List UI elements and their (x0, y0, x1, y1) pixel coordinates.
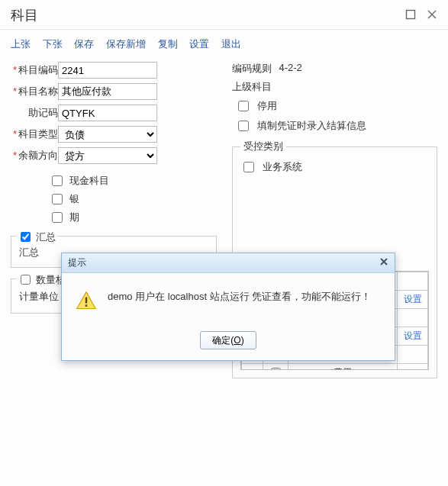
fillsettle-checkbox[interactable] (238, 121, 249, 131)
type-select[interactable]: 负债 (58, 126, 157, 143)
alert-dialog: 提示 demo 用户在 localhost 站点运行 凭证查看，功能不能运行！ … (61, 253, 395, 361)
table-row[interactable]: 7费用 (241, 364, 428, 371)
menu-save-new[interactable]: 保存新增 (106, 38, 146, 50)
opt2-label: 银 (69, 192, 79, 206)
menu-next[interactable]: 下张 (43, 38, 63, 50)
close-icon[interactable] (427, 9, 437, 22)
dir-select[interactable]: 贷方 (58, 147, 157, 164)
disable-checkbox[interactable] (238, 101, 249, 111)
label-type: 科目类型 (11, 127, 58, 141)
label-coderule: 编码规则 (232, 62, 279, 76)
code-input[interactable] (58, 62, 157, 79)
svg-rect-0 (407, 10, 415, 18)
ctrlcat-legend: 受控类别 (240, 140, 286, 153)
page-title: 科目 (11, 6, 38, 24)
hz-checkbox[interactable] (21, 232, 31, 242)
menu-copy[interactable]: 复制 (158, 38, 178, 50)
label-dir: 余额方向 (11, 149, 58, 163)
biz-checkbox[interactable] (243, 162, 254, 172)
menu-exit[interactable]: 退出 (221, 38, 241, 50)
mnemonic-input[interactable] (58, 105, 157, 121)
opt2-checkbox[interactable] (52, 194, 63, 204)
qty-checkbox[interactable] (21, 275, 31, 285)
opt3-checkbox[interactable] (52, 212, 63, 223)
row-checkbox[interactable] (271, 368, 281, 370)
label-code: 科目编码 (11, 63, 58, 77)
fillsettle-label: 填制凭证时录入结算信息 (257, 119, 366, 133)
menu-settings[interactable]: 设置 (189, 38, 209, 50)
label-mnemonic: 助记码 (11, 106, 58, 120)
svg-rect-3 (85, 304, 87, 307)
warning-icon (76, 290, 97, 311)
label-name: 科目名称 (11, 85, 58, 98)
cash-checkbox[interactable] (52, 175, 63, 186)
separator (0, 29, 448, 30)
label-parent: 上级科目 (232, 80, 279, 94)
dialog-ok-button[interactable]: 确定(O) (200, 331, 256, 349)
ok-key: O (234, 335, 240, 346)
ok-text: 确定( (212, 335, 234, 346)
maximize-icon[interactable] (405, 9, 416, 22)
row-set-link[interactable]: 设置 (404, 330, 422, 341)
hz-inner-label: 汇总 (19, 246, 39, 259)
row-set-link[interactable]: 设置 (404, 294, 422, 304)
menu-bar: 上张 下张 保存 保存新增 复制 设置 退出 (0, 34, 448, 57)
unit-label: 计量单位 (19, 290, 59, 304)
ok-text2: ) (241, 335, 244, 346)
menu-save[interactable]: 保存 (74, 38, 94, 50)
opt3-label: 期 (69, 211, 79, 224)
dialog-message: demo 用户在 localhost 站点运行 凭证查看，功能不能运行！ (108, 290, 371, 304)
menu-prev[interactable]: 上张 (11, 38, 31, 50)
name-input[interactable] (58, 83, 157, 100)
cash-label: 现金科目 (69, 174, 109, 188)
dialog-close-icon[interactable] (379, 257, 388, 269)
svg-rect-2 (85, 298, 87, 304)
hz-legend: 汇总 (36, 230, 56, 244)
dialog-title: 提示 (68, 256, 86, 269)
biz-label: 业务系统 (263, 160, 302, 174)
disable-label: 停用 (257, 99, 277, 113)
coderule-value: 4-2-2 (279, 62, 302, 76)
